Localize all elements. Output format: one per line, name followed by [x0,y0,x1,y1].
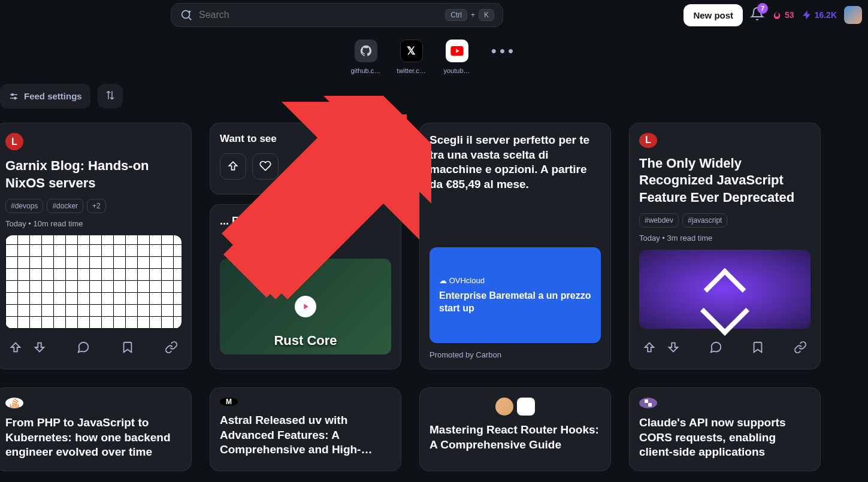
link-button[interactable] [790,337,810,359]
post-tags: #devops #docker +2 [5,199,182,213]
github-icon [355,40,377,62]
post-actions [639,337,810,359]
want-title: Want to see [220,133,391,145]
ad-promo: Promoted by Carbon [430,350,601,359]
stackoverflow-icon [9,398,20,408]
ad-text: Enterprise Baremetal a un prezzo start u… [439,290,591,315]
shortcut-more[interactable]: ● ● ● [485,40,521,74]
flame-icon [772,10,782,20]
post-tags: #webdev #javascript [639,213,810,228]
downvote-button[interactable] [29,337,50,359]
lightning-icon [802,10,812,20]
post-card[interactable]: L The Only Widely Recognized JavaScript … [629,123,821,369]
feed-sort-button[interactable] [98,84,123,108]
post-image: Rust Core [220,259,391,354]
upvote-button[interactable] [5,337,26,359]
search-kbd: Ctrl + K [445,9,494,21]
comment-button[interactable] [706,337,726,359]
dots-icon: ● ● ● [491,40,514,62]
post-actions [5,337,182,359]
shortcut-label: twitter.c… [397,67,425,74]
tag[interactable]: #devops [5,199,43,213]
upvote-button[interactable] [639,337,660,359]
post-title: Claude's API now supports CORS requests,… [639,416,810,460]
feed-settings-button[interactable]: Feed settings [0,84,90,108]
svg-point-2 [189,11,191,13]
post-card[interactable]: L Garnix Blog: Hands-on NixOS servers #d… [0,123,192,369]
avatar[interactable] [844,6,862,24]
svg-line-1 [189,17,191,20]
source-badge: M [220,398,238,406]
play-icon [301,302,310,311]
svg-rect-9 [648,403,652,407]
svg-point-0 [182,11,190,19]
settings-icon [8,91,19,102]
youtube-icon [446,40,468,62]
feed-controls: Feed settings [0,74,868,108]
x-icon: 𝕏 [400,40,423,62]
link-button[interactable] [161,337,182,359]
post-card[interactable]: M Astral Released uv with Advanced Featu… [210,387,401,471]
sort-icon [105,90,116,101]
new-post-button[interactable]: New post [683,4,743,26]
post-card[interactable]: Claude's API now supports CORS requests,… [629,387,821,471]
post-title: From PHP to JavaScript to Kubernetes: ho… [5,416,182,460]
want-heart-button[interactable] [252,153,279,180]
source-badge [5,398,23,408]
post-image [5,235,182,329]
source-badge [639,398,657,408]
svg-rect-8 [645,399,648,403]
post-meta: Today • 10m read time [5,219,182,228]
header: Ctrl + K New post 7 53 16.2K [0,0,868,30]
post-title: The Only Widely Recognized JavaScript Fe… [639,155,810,207]
tag[interactable]: #docker [47,199,83,213]
bookmark-button[interactable] [117,337,138,359]
svg-point-7 [14,97,16,99]
comment-button[interactable] [73,337,93,359]
ad-image: ☁ OVHcloud Enterprise Baremetal a un pre… [430,247,601,343]
feed-grid: L Garnix Blog: Hands-on NixOS servers #d… [0,108,868,471]
downvote-button[interactable] [663,337,683,359]
bookmark-button[interactable] [748,337,768,359]
shortcut-label: github.c… [351,67,381,74]
notifications-button[interactable]: 7 [750,7,764,23]
ad-card[interactable]: Scegli il server perfetto per te tra una… [419,123,611,369]
post-title: ... Rust As Lay... ... [220,214,391,228]
post-card[interactable]: From PHP to JavaScript to Kubernetes: ho… [0,387,192,471]
want-upvote-button[interactable] [220,153,246,180]
search-icon [180,8,193,22]
shortcut-label: youtub… [443,67,470,74]
ad-title: Scegli il server perfetto per te tra una… [430,133,601,192]
shortcut-twitter[interactable]: 𝕏 twitter.c… [394,40,430,74]
claude-icon [643,398,654,408]
want-card: Want to see [210,123,401,195]
post-title: Mastering React Router Hooks: A Comprehe… [430,423,601,452]
shortcut-github[interactable]: github.c… [348,40,384,74]
streak-stat[interactable]: 53 [772,10,794,20]
source-badge: L [5,133,23,150]
svg-point-6 [11,93,13,95]
tag[interactable]: +2 [87,199,106,213]
tag[interactable]: #javascript [682,213,727,228]
shortcut-youtube[interactable]: youtub… [439,40,475,74]
source-badge [430,398,601,416]
post-image [639,250,810,329]
notifications-count: 7 [757,3,768,14]
post-card[interactable]: ... Rust As Lay... ... Rust Core [210,204,401,369]
shortcuts-row: github.c… 𝕏 twitter.c… youtub… ● ● ● [0,40,868,74]
post-card[interactable]: Mastering React Router Hooks: A Comprehe… [419,387,611,471]
search-bar[interactable]: Ctrl + K [171,3,503,27]
post-title: Astral Released uv with Advanced Feature… [220,413,391,457]
post-title: Garnix Blog: Hands-on NixOS servers [5,157,182,192]
post-meta: Today • 3m read time [639,234,810,242]
reputation-stat[interactable]: 16.2K [802,10,837,20]
ad-brand: ☁ OVHcloud [439,276,591,285]
tag[interactable]: #webdev [639,213,679,228]
search-input[interactable] [199,10,445,20]
source-badge: L [639,133,657,148]
